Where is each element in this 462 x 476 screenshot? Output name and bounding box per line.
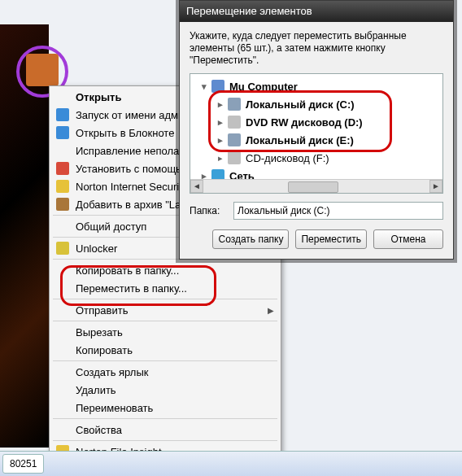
tree-item-label: CD-дисковод (F:) [246,152,329,164]
menu-item-label: Переименовать [76,402,153,414]
brn-icon [56,198,69,211]
menu-separator [53,299,277,299]
hdd-icon [228,98,241,111]
tree-item-label: DVD RW дисковод (D:) [246,116,363,129]
menu-item[interactable]: Удалить [51,381,279,399]
menu-item[interactable]: Отправить▶ [51,301,279,319]
folder-path-input[interactable] [233,202,443,220]
menu-item-label: Исправление неполадок [76,145,196,157]
menu-separator [53,360,277,361]
key-icon [56,242,69,255]
menu-item-label: Добавить в архив "Laun [76,199,193,211]
menu-item[interactable]: Переименовать [51,399,279,417]
dvd-icon [228,151,241,164]
menu-item[interactable]: Копировать в папку... [51,261,279,279]
menu-item-label: Отправить [76,304,128,317]
taskbar-item[interactable]: 80251 [2,454,44,474]
menu-item[interactable]: Свойства [51,421,279,439]
menu-item-label: Создать ярлык [76,366,148,378]
menu-item-label: Общий доступ [76,221,146,233]
menu-separator [53,440,277,441]
tree-item[interactable]: ▸Локальный диск (C:) [195,95,438,113]
menu-item-label: Свойства [76,424,122,436]
folder-tree-box: ▾Mu Computer▸Локальный диск (C:)▸DVD RW … [190,73,443,194]
scroll-thumb[interactable] [288,181,338,193]
blue-icon [56,126,69,139]
scroll-right-button[interactable]: ► [429,180,442,193]
dialog-instruction-text: Укажите, куда следует переместить выбран… [190,30,443,67]
tree-item[interactable]: ▾Mu Computer [195,77,438,95]
tree-expand-icon[interactable]: ▸ [216,153,224,164]
dvd-icon [228,116,241,129]
menu-item[interactable]: Копировать [51,341,279,359]
tree-item[interactable]: ▸CD-дисковод (F:) [195,149,438,167]
tree-item-label: Mu Computer [229,81,298,93]
menu-item-label: Запуск от имени админи [76,109,196,121]
submenu-arrow-icon: ▶ [268,306,274,315]
scroll-left-button[interactable]: ◄ [190,180,203,193]
red-icon [56,162,69,175]
blue-icon [56,108,69,121]
tree-item[interactable]: ▸DVD RW дисковод (D:) [195,113,438,131]
menu-item-label: Переместить в папку... [76,282,187,295]
menu-separator [53,321,277,321]
menu-item[interactable]: Вырезать [51,323,279,341]
cancel-button[interactable]: Отмена [373,229,443,249]
tree-item-label: Локальный диск (E:) [246,134,354,146]
menu-item[interactable]: Создать ярлык [51,363,279,381]
tree-expand-icon[interactable]: ▸ [216,117,224,128]
selected-icon-image [26,54,59,86]
dialog-title-bar[interactable]: Перемещение элементов [180,1,453,22]
yel-icon [56,180,69,193]
tree-item-label: Локальный диск (C:) [246,98,355,111]
menu-item-label: Открыть в Блокноте [76,127,174,139]
create-folder-button[interactable]: Создать папку [212,229,289,249]
move-button[interactable]: Переместить [295,229,367,249]
comp-icon [211,80,224,93]
tree-item[interactable]: ▸Локальный диск (E:) [195,131,438,149]
dialog-title-text: Перемещение элементов [186,5,312,17]
menu-item[interactable]: Переместить в папку... [51,279,279,297]
move-dialog: Перемещение элементов Укажите, куда след… [179,0,454,260]
menu-item-label: Norton Internet Security [76,181,187,193]
menu-item-label: Копировать [76,344,133,356]
tree-expand-icon[interactable]: ▸ [216,135,224,146]
menu-separator [53,418,277,419]
tree-expand-icon[interactable]: ▾ [200,81,208,92]
tree-horizontal-scrollbar[interactable]: ◄ ► [190,179,442,193]
menu-item-label: Открыть [76,91,121,103]
menu-item-label: Копировать в папку... [76,264,179,277]
menu-item-label: Вырезать [76,326,123,338]
menu-item-label: Удалить [76,384,116,396]
taskbar: 80251 [0,451,462,476]
tree-expand-icon[interactable]: ▸ [216,99,224,110]
menu-item-label: Unlocker [76,242,117,255]
folder-field-label: Папка: [190,205,233,216]
hdd-icon [228,133,241,146]
